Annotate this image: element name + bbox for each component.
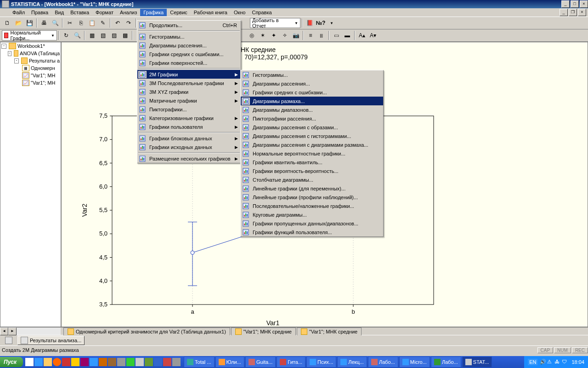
ql-app4-icon[interactable]	[90, 358, 98, 366]
taskbar-button[interactable]: Лекц...	[337, 356, 367, 368]
close-button[interactable]: ×	[580, 0, 588, 8]
menu-item[interactable]: Линейные графики (профили наблюдений)...	[241, 193, 383, 201]
camera-icon[interactable]: 📷	[291, 30, 301, 40]
doc-tab[interactable]: "Var1"; МНК средние	[297, 328, 362, 335]
new-icon[interactable]: 🗋	[2, 18, 12, 28]
menu-item[interactable]: Диаграммы рассеяния с гистограммами...	[241, 132, 383, 140]
tray-icon-3[interactable]: 🖧	[554, 359, 561, 365]
copy-icon[interactable]: ⎘	[76, 18, 86, 28]
menu-item[interactable]: Категоризованные графики▶	[137, 114, 241, 122]
doc-tab[interactable]: "Var1"; МНК средние	[231, 328, 296, 335]
menu-item[interactable]: Графики пропущенных данных/диапазонов...	[241, 219, 383, 228]
chart-tool-icon[interactable]: ▦	[87, 30, 97, 40]
menu-workbook[interactable]: Рабочая книга	[191, 9, 231, 16]
redo-icon[interactable]: ↷	[124, 18, 134, 28]
book-icon[interactable]: 📕	[305, 18, 315, 28]
menu-item[interactable]: Графики средних с ошибками...	[137, 50, 241, 58]
tree-item[interactable]: -Результаты а	[0, 57, 61, 64]
ql-app5-icon[interactable]	[99, 358, 107, 366]
tree-item[interactable]: 📈"Var1"; МН	[0, 79, 61, 86]
taskbar-button[interactable]: STAT...	[462, 356, 492, 368]
tray-lang[interactable]: EN	[528, 359, 537, 365]
tree-expand-icon[interactable]: -	[8, 51, 11, 56]
shape1-icon[interactable]: ▭	[331, 30, 341, 40]
menu-item[interactable]: Диаграммы рассеяния с диаграммами размах…	[241, 140, 383, 149]
menu-item[interactable]: Матричные графики▶	[137, 96, 241, 105]
scroll-left-button[interactable]: ◄	[0, 328, 8, 335]
paste-icon[interactable]: 📋	[87, 18, 97, 28]
target-icon[interactable]: ◎	[247, 30, 257, 40]
menu-item[interactable]: Линейные графики (для переменных)...	[241, 184, 383, 193]
menu-item[interactable]: Нормальные вероятностные графики...	[241, 149, 383, 158]
chart-tool3-icon[interactable]: ▨	[109, 30, 119, 40]
menu-item[interactable]: Графики средних с ошибками...	[241, 88, 383, 97]
ql-app10-icon[interactable]	[145, 358, 153, 366]
tool-c-icon[interactable]: ✧	[280, 30, 290, 40]
menu-item[interactable]: Последовательные/наложенные графики...	[241, 201, 383, 210]
menu-item[interactable]: Диаграммы рассеяния...	[241, 79, 383, 88]
tray-icon-4[interactable]: 🛡	[562, 359, 568, 365]
ql-firefox-icon[interactable]	[53, 358, 61, 366]
tray-clock[interactable]: 18:04	[571, 359, 584, 365]
ql-app2-icon[interactable]	[71, 358, 79, 366]
lines2-icon[interactable]: ⫼	[317, 30, 327, 40]
tree-item[interactable]: 📈"Var1"; МН	[0, 72, 61, 79]
taskbar-button[interactable]: Лабо...	[431, 356, 461, 368]
menu-item[interactable]: Графики квантиль-квантиль...	[241, 158, 383, 167]
format-icon[interactable]: ✎	[98, 18, 108, 28]
ql-folder-icon[interactable]	[44, 358, 52, 366]
chart-tool4-icon[interactable]: ▩	[120, 30, 130, 40]
ql-app9-icon[interactable]	[136, 358, 144, 366]
menu-item[interactable]: Диаграммы диапазонов...	[241, 105, 383, 114]
start-button[interactable]: Пуск	[0, 357, 23, 367]
open-icon[interactable]: 📂	[13, 18, 23, 28]
menu-item[interactable]: Графики поверхностей...	[137, 58, 241, 67]
tree-item[interactable]: ▦Одномерн	[0, 64, 61, 72]
chart-tool2-icon[interactable]: ▧	[98, 30, 108, 40]
menu-format[interactable]: Формат	[92, 9, 117, 16]
mdi-minimize-button[interactable]: _	[560, 9, 568, 16]
menu-item[interactable]: Пиктографики рассеяния...	[241, 114, 383, 123]
tool-a-icon[interactable]: ✶	[258, 30, 268, 40]
menu-item[interactable]: Пиктографики...	[137, 105, 241, 114]
refresh-icon[interactable]: ↻	[61, 30, 71, 40]
ql-app11-icon[interactable]	[154, 358, 162, 366]
menu-item[interactable]: Размещение нескольких графиков▶	[137, 154, 241, 163]
font-inc-icon[interactable]: A▴	[357, 30, 367, 40]
dropdown-icon[interactable]: ▼	[327, 18, 337, 28]
menu-item[interactable]: Диаграммы рассеяния с образами...	[241, 123, 383, 132]
menu-analysis[interactable]: Анализ	[117, 9, 140, 16]
shape2-icon[interactable]: ▬	[342, 30, 352, 40]
report-combo[interactable]: Добавить в Отчет▼	[250, 18, 300, 28]
taskbar-button[interactable]: Гита...	[277, 356, 305, 368]
menu-item[interactable]: 3М XYZ графики▶	[137, 87, 241, 96]
ql-ie-icon[interactable]	[34, 358, 43, 366]
menu-item[interactable]: Гистограммы...	[241, 70, 383, 79]
maximize-button[interactable]: □	[571, 0, 579, 8]
menu-item[interactable]: Графики вероятность-вероятность...	[241, 167, 383, 175]
menu-item[interactable]: Столбчатые диаграммы...	[241, 175, 383, 184]
print-icon[interactable]: 🖶	[39, 18, 49, 28]
mdi-close-button[interactable]: ×	[578, 9, 586, 16]
taskbar-button[interactable]: Guita...	[245, 356, 276, 368]
tool-b-icon[interactable]: ✦	[269, 30, 279, 40]
menu-window[interactable]: Окно	[231, 9, 249, 16]
ql-app6-icon[interactable]	[108, 358, 116, 366]
menu-graphics[interactable]: Графика	[140, 9, 167, 16]
menu-file[interactable]: Файл	[9, 9, 28, 16]
taskbar-button[interactable]: Micro...	[399, 356, 430, 368]
taskbar-button[interactable]: Лабо...	[368, 356, 398, 368]
menu-help[interactable]: Справка	[249, 9, 275, 16]
help-icon[interactable]: №?	[316, 18, 326, 28]
style-combo[interactable]: Нормальный Графи...▼	[2, 30, 57, 40]
scroll-right-button[interactable]: ►	[8, 328, 17, 335]
cut-icon[interactable]: ✂	[65, 18, 75, 28]
tree-item[interactable]: -Workbook1*	[0, 42, 61, 50]
ql-app1-icon[interactable]	[62, 358, 70, 366]
lines1-icon[interactable]: ≡	[305, 30, 316, 40]
menu-item[interactable]: Графики исходных данных▶	[137, 143, 241, 151]
tray-icon-2[interactable]: ⚠	[547, 359, 554, 365]
mdi-restore-button[interactable]: ❐	[569, 9, 577, 16]
font-dec-icon[interactable]: A▾	[368, 30, 378, 40]
tree-expand-icon[interactable]: -	[1, 44, 6, 49]
